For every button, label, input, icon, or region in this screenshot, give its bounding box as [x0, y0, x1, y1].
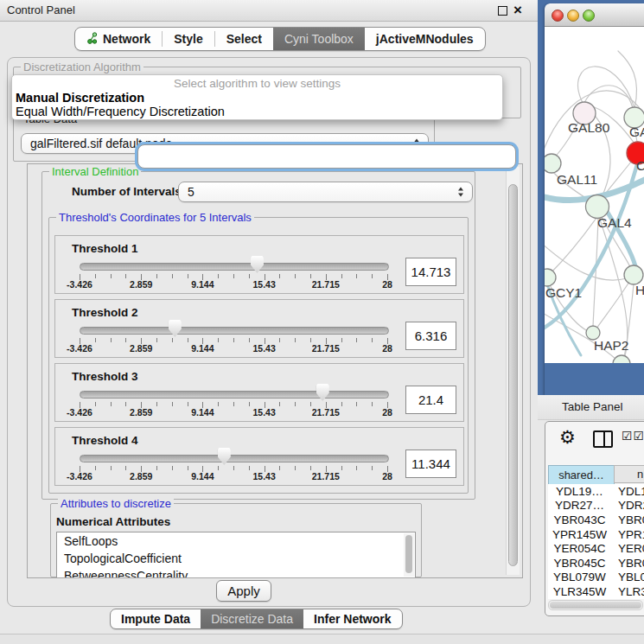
attribute-list-item[interactable]: SelfLoops	[57, 532, 415, 550]
discretization-algorithm-title: Discretization Algorithm	[21, 61, 143, 73]
threshold-slider-track[interactable]	[80, 263, 389, 271]
close-icon[interactable]: ×	[513, 0, 522, 21]
thresholds-title: Threshold's Coordinates for 5 Intervals	[56, 211, 254, 224]
table-hscrollbar-thumb[interactable]	[550, 602, 641, 609]
tab-label: Network	[103, 32, 150, 46]
network-node-gal11[interactable]	[545, 154, 561, 173]
attributes-title: Attributes to discretize	[58, 497, 174, 510]
table-cell-shared-name: YER054C	[548, 542, 611, 555]
table-hscrollbar[interactable]	[548, 600, 643, 610]
network-node-h[interactable]	[624, 265, 643, 284]
network-node-label: GAL4	[597, 215, 632, 230]
network-node-gcy1[interactable]	[545, 269, 556, 286]
network-edge[interactable]	[545, 243, 627, 280]
close-traffic-light-icon[interactable]	[552, 10, 564, 22]
algorithm-option-equal-width[interactable]: Equal Width/Frequency Discretization	[12, 105, 502, 118]
threshold-row: Threshold 3-3.4262.8599.14415.4321.71528…	[54, 363, 464, 422]
threshold-slider-track[interactable]	[80, 327, 389, 335]
number-of-intervals-label: Number of Intervals	[72, 185, 182, 198]
slider-tick-labels: -3.4262.8599.14415.4321.71528	[80, 407, 387, 418]
threshold-value-field[interactable]: 6.316	[405, 322, 456, 350]
column-layout-icon[interactable]	[593, 430, 613, 448]
attribute-list-item[interactable]: BetweennessCentrality	[57, 567, 415, 578]
table-cell-shared-name: YLR345W	[548, 585, 611, 598]
gear-icon[interactable]: ⚙	[559, 426, 576, 449]
number-of-intervals-combo[interactable]: 5	[178, 182, 473, 202]
table-cell-shared-name: YBR045C	[548, 557, 611, 570]
network-canvas[interactable]: GAL80GACGAL11GAL4GCY1HHAP2	[545, 27, 644, 363]
network-node[interactable]	[613, 355, 630, 363]
network-tree-icon	[86, 32, 98, 47]
bottom-tab-discretize-data[interactable]: Discretize Data	[201, 609, 303, 628]
tab-jactivemnodules[interactable]: jActiveMNodules	[365, 28, 485, 50]
threshold-row: Threshold 1-3.4262.8599.14415.4321.71528…	[54, 235, 464, 294]
tab-label: Style	[174, 32, 202, 46]
select-columns-icons[interactable]: ☑☑	[622, 429, 644, 443]
tab-select[interactable]: Select	[215, 28, 273, 50]
settings-scrollbar[interactable]	[506, 167, 520, 575]
threshold-slider-thumb[interactable]	[169, 320, 182, 337]
threshold-slider-thumb[interactable]	[218, 448, 231, 465]
threshold-slider-track[interactable]	[80, 391, 389, 399]
settings-scroll-panel: Interval Definition Number of Intervals …	[27, 163, 523, 578]
table-cell-name: YLR3	[611, 585, 644, 598]
table-cell-shared-name: YPR145W	[548, 528, 611, 541]
threshold-label: Threshold 4	[72, 434, 138, 447]
slider-tick-labels: -3.4262.8599.14415.4321.71528	[80, 343, 387, 354]
table-cell-name: YER0	[611, 542, 644, 555]
table-row[interactable]: YBR045CYBR0	[548, 556, 644, 571]
threshold-slider-thumb[interactable]	[316, 384, 329, 401]
network-edge[interactable]	[618, 51, 637, 108]
algorithm-combo[interactable]	[137, 144, 516, 169]
tab-network[interactable]: Network	[75, 28, 162, 50]
table-cell-name: YDR2	[611, 499, 644, 512]
attributes-scrollbar[interactable]	[404, 533, 414, 577]
settings-scrollbar-thumb[interactable]	[508, 184, 518, 566]
attributes-group: Attributes to discretize Numerical Attri…	[50, 503, 422, 577]
table-cell-name: YBR0	[611, 513, 644, 526]
algorithm-popup-hint: Select algorithm to view settings	[12, 76, 502, 91]
table-panel-card: ⚙ ☑☑ shared… n YDL19…YDL1YDR27…YDR2YBR04…	[545, 421, 644, 616]
table-row[interactable]: YPR145WYPR1	[548, 527, 644, 542]
table-row[interactable]: YDL19…YDL1	[548, 484, 644, 499]
control-panel-titlebar: Control Panel ×	[0, 0, 538, 22]
zoom-traffic-light-icon[interactable]	[583, 10, 595, 22]
threshold-value-field[interactable]: 21.4	[405, 386, 456, 414]
tab-cyni-toolbox[interactable]: Cyni Toolbox	[273, 28, 365, 50]
numerical-attributes-list[interactable]: SelfLoopsTopologicalCoefficientBetweenne…	[56, 532, 416, 578]
table-row[interactable]: YDR27…YDR2	[548, 499, 644, 513]
threshold-value-field[interactable]: 14.713	[405, 258, 456, 286]
table-row[interactable]: YBR043CYBR0	[548, 513, 644, 527]
bottom-tab-infer-network[interactable]: Infer Network	[303, 609, 401, 628]
table-cell-shared-name: YBL079W	[548, 571, 611, 583]
numerical-attributes-label: Numerical Attributes	[56, 515, 170, 528]
attribute-list-item[interactable]: TopologicalCoefficient	[57, 550, 415, 567]
tab-style[interactable]: Style	[163, 28, 214, 50]
table-row[interactable]: YLR345WYLR3	[548, 584, 644, 599]
node-table-body[interactable]: YDL19…YDL1YDR27…YDR2YBR043CYBR0YPR145WYP…	[548, 484, 644, 599]
slider-tick-labels: -3.4262.8599.14415.4321.71528	[80, 471, 387, 481]
interval-definition-title: Interval Definition	[49, 165, 141, 178]
bottom-tab-impute-data[interactable]: Impute Data	[111, 609, 201, 628]
network-window-titlebar[interactable]	[545, 3, 644, 27]
apply-button-label: Apply	[227, 583, 260, 598]
float-window-icon[interactable]	[498, 6, 507, 16]
column-header-name[interactable]: n	[614, 465, 644, 483]
threshold-slider-thumb[interactable]	[251, 256, 264, 273]
thresholds-group: Threshold's Coordinates for 5 Intervals …	[48, 217, 469, 494]
network-view-window: GAL80GACGAL11GAL4GCY1HHAP2	[545, 3, 644, 395]
network-edge[interactable]	[549, 218, 596, 275]
algorithm-option-manual[interactable]: Manual Discretization	[12, 91, 502, 105]
network-node-label: GCY1	[545, 285, 582, 300]
minimize-traffic-light-icon[interactable]	[567, 10, 579, 22]
attributes-scrollbar-thumb[interactable]	[405, 535, 412, 573]
threshold-slider-track[interactable]	[80, 455, 389, 462]
table-cell-name: YBL0	[611, 571, 644, 583]
apply-button[interactable]: Apply	[216, 580, 271, 602]
table-row[interactable]: YBL079WYBL0	[548, 571, 644, 585]
table-row[interactable]: YER054CYER0	[548, 541, 644, 556]
control-panel-title: Control Panel	[7, 3, 75, 16]
threshold-value-field[interactable]: 11.344	[405, 450, 456, 478]
threshold-label: Threshold 3	[72, 370, 138, 383]
column-header-shared[interactable]: shared…	[548, 465, 615, 485]
